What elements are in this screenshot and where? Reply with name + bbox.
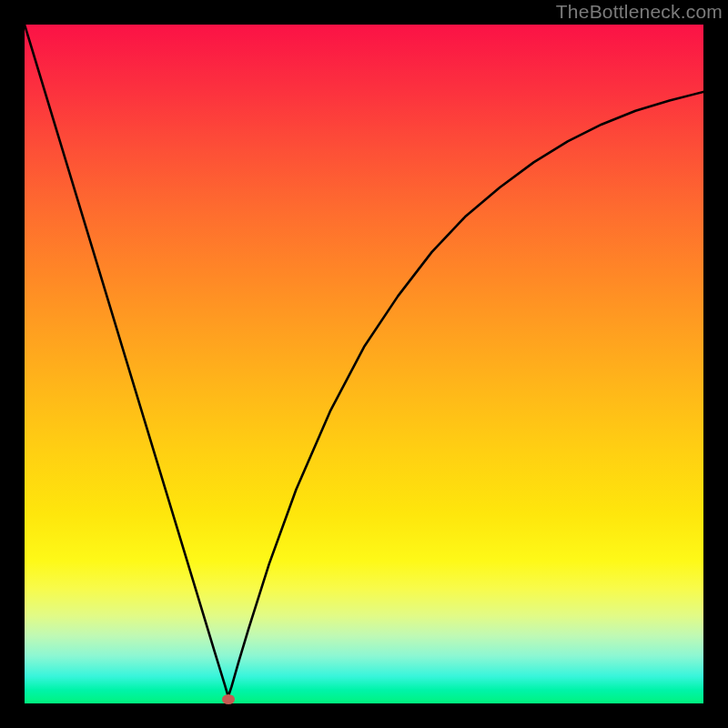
bottleneck-curve [25,25,703,703]
watermark-text: TheBottleneck.com [556,1,723,23]
chart-plot-area [25,25,703,703]
chart-frame: TheBottleneck.com [0,0,728,728]
optimal-point-marker [222,694,235,704]
